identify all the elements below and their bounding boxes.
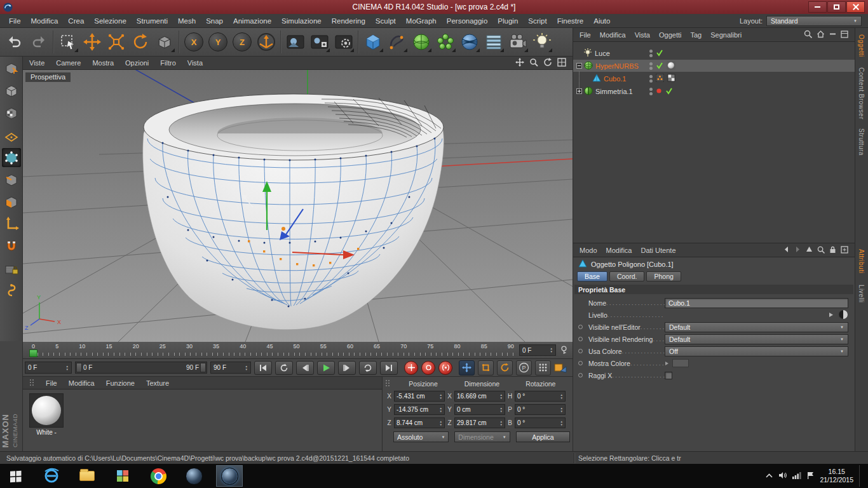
selection-tag-icon[interactable] <box>656 74 664 83</box>
play-button[interactable] <box>317 361 335 375</box>
end-frame-field[interactable]: 90 F <box>210 362 251 374</box>
viewport-menu-mostra[interactable]: Mostra <box>92 59 114 67</box>
volume-icon[interactable] <box>778 471 787 480</box>
tab-coord[interactable]: Coord. <box>609 271 645 281</box>
pos-y-field[interactable]: -14.375 cm <box>394 404 445 415</box>
menu-file[interactable]: File <box>4 16 26 26</box>
xray-checkbox[interactable] <box>665 372 672 379</box>
am-menu-dati-utente[interactable]: Dati Utente <box>641 247 676 254</box>
record-position-toggle[interactable] <box>459 360 475 376</box>
maximize-button[interactable] <box>827 1 846 13</box>
viewport[interactable]: Prospettiva <box>23 70 573 342</box>
pin-up-icon[interactable] <box>806 246 813 254</box>
timeline-ruler[interactable]: 051015202530354045505560657075808590 0 F <box>23 342 573 359</box>
collapse-toggle-icon[interactable] <box>576 63 582 69</box>
keyframe-dot-icon[interactable] <box>578 349 583 353</box>
lock-z-axis-button[interactable]: Z <box>230 30 254 54</box>
menu-finestre[interactable]: Finestre <box>552 16 589 26</box>
record-scale-toggle[interactable] <box>478 360 494 376</box>
texture-mode-icon[interactable] <box>2 104 21 123</box>
zoom-view-icon[interactable] <box>529 58 538 68</box>
section-header[interactable]: Proprietà Base <box>574 285 853 294</box>
om-menu-segnalibri[interactable]: Segnalibri <box>710 31 742 39</box>
visibility-dots-icon[interactable] <box>649 62 653 70</box>
visibility-dots-icon[interactable] <box>649 75 653 83</box>
om-menu-modifica[interactable]: Modifica <box>600 31 626 39</box>
model-mode-icon[interactable] <box>2 81 21 100</box>
record-parameter-toggle[interactable]: P <box>516 360 532 376</box>
menu-personaggio[interactable]: Personaggio <box>442 16 493 26</box>
lock-x-axis-button[interactable]: X <box>182 30 206 54</box>
menu-plugin[interactable]: Plugin <box>492 16 523 26</box>
flag-icon[interactable] <box>807 471 814 480</box>
frame-range-slider[interactable]: 0 F 90 F <box>75 362 207 374</box>
keyframe-dot-icon[interactable] <box>578 337 583 341</box>
keyframe-selection-icon[interactable] <box>554 362 567 374</box>
toggle-views-icon[interactable] <box>557 58 566 68</box>
menu-sculpt[interactable]: Sculpt <box>370 16 401 26</box>
goto-end-button[interactable] <box>380 361 398 375</box>
coordinate-mode-select[interactable]: Assoluto <box>393 431 449 442</box>
pos-z-field[interactable]: 8.744 cm <box>394 417 445 428</box>
loop-playback-button[interactable] <box>359 361 377 375</box>
tab-base[interactable]: Base <box>577 271 607 281</box>
dim-y-field[interactable]: 0 cm <box>454 404 505 415</box>
move-tool[interactable] <box>80 30 104 54</box>
add-cube-button[interactable] <box>361 30 385 54</box>
next-frame-button[interactable] <box>338 361 356 375</box>
previous-frame-button[interactable] <box>296 361 314 375</box>
ruler-frame-spinner[interactable]: 0 F <box>519 344 556 356</box>
object-name[interactable]: Cubo.1 <box>604 75 626 83</box>
spinner-arrows-icon[interactable] <box>500 420 503 426</box>
tiles-app-icon[interactable] <box>109 465 136 487</box>
menu-modifica[interactable]: Modifica <box>26 16 64 26</box>
spinner-arrows-icon[interactable] <box>66 365 69 371</box>
tab-struttura[interactable]: Struttura <box>858 128 865 156</box>
workplane-lock-icon[interactable] <box>2 259 21 278</box>
menu-mograph[interactable]: MoGraph <box>401 16 442 26</box>
polygons-mode-icon[interactable] <box>2 193 21 212</box>
spinner-arrows-icon[interactable] <box>560 407 563 413</box>
name-input[interactable]: Cubo.1 <box>665 298 848 308</box>
pan-view-icon[interactable] <box>515 58 524 68</box>
material-menu-file[interactable]: File <box>46 379 57 387</box>
layout-select[interactable]: Standard <box>766 16 862 26</box>
size-mode-select[interactable]: Dimensione <box>454 431 510 442</box>
autokey-button[interactable] <box>421 361 435 375</box>
add-spline-button[interactable] <box>385 30 409 54</box>
coordinate-system-button[interactable] <box>254 30 278 54</box>
viewport-menu-camere[interactable]: Camere <box>56 59 81 67</box>
material-item[interactable]: White - <box>28 393 65 436</box>
am-menu-modifica[interactable]: Modifica <box>606 247 632 254</box>
current-frame-marker[interactable] <box>29 349 37 357</box>
tab-oggetti[interactable]: Oggetti <box>858 34 865 57</box>
menu-crea[interactable]: Crea <box>63 16 89 26</box>
enabled-check-icon[interactable] <box>656 49 663 58</box>
uvw-tag-icon[interactable] <box>667 74 675 83</box>
edges-mode-icon[interactable] <box>2 170 21 189</box>
visibility-dots-icon[interactable] <box>649 50 653 57</box>
taskbar-clock[interactable]: 16.15 21/12/2015 <box>820 468 853 484</box>
mograph-array-button[interactable] <box>433 30 458 54</box>
spinner-arrows-icon[interactable] <box>440 393 442 400</box>
material-menu-texture[interactable]: Texture <box>146 379 169 387</box>
object-row-luce[interactable]: Luce <box>573 47 855 59</box>
om-menu-file[interactable]: File <box>580 31 591 39</box>
snap-settings-icon[interactable] <box>2 281 21 301</box>
visibility-dots-icon[interactable] <box>649 88 653 95</box>
goto-start-button[interactable] <box>254 361 272 375</box>
workplane-mode-icon[interactable] <box>2 126 21 145</box>
view-label[interactable]: Prospettiva <box>25 72 71 82</box>
keyframe-dot-icon[interactable] <box>578 325 583 329</box>
viewport-menu-vista[interactable]: Vista <box>187 59 203 67</box>
material-name[interactable]: White - <box>28 429 65 436</box>
dim-z-field[interactable]: 29.817 cm <box>454 417 505 428</box>
redo-button[interactable] <box>27 30 51 54</box>
spinner-arrows-icon[interactable] <box>560 420 563 426</box>
minimize-button[interactable] <box>808 1 827 13</box>
light-button[interactable] <box>530 30 554 54</box>
hypernurbs-button[interactable] <box>409 30 433 54</box>
menu-simulazione[interactable]: Simulazione <box>276 16 327 26</box>
enable-axis-icon[interactable] <box>2 215 21 234</box>
render-settings-button[interactable] <box>332 30 356 54</box>
